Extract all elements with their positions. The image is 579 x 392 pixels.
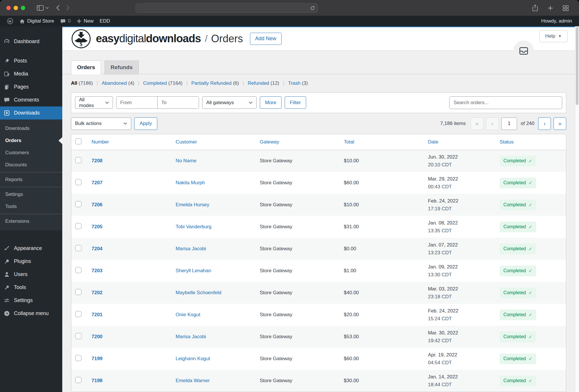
next-page-button[interactable]: › <box>538 117 551 130</box>
customer-link[interactable]: Emelda Warner <box>176 378 209 383</box>
add-new-button[interactable]: Add New <box>250 33 282 45</box>
filter-button[interactable]: Filter <box>285 96 306 109</box>
row-checkbox[interactable] <box>75 267 81 273</box>
edd-admin-bar-link[interactable]: EDD <box>98 16 112 26</box>
filter-abandoned[interactable]: Abandoned <box>102 80 127 86</box>
page-scrollbar[interactable] <box>575 26 579 392</box>
more-filters-button[interactable]: More <box>260 96 282 109</box>
tab-refunds[interactable]: Refunds <box>105 60 139 74</box>
order-number-link[interactable]: 7201 <box>92 312 103 317</box>
sidebar-item-pages[interactable]: Pages <box>0 80 62 93</box>
customer-link[interactable]: Emelda Hursey <box>176 202 209 207</box>
order-number-link[interactable]: 7208 <box>92 158 103 163</box>
row-checkbox[interactable] <box>75 201 81 207</box>
order-number-link[interactable]: 7206 <box>92 202 103 207</box>
filter-refunded[interactable]: Refunded <box>248 80 269 86</box>
submenu-item-reports[interactable]: Reports <box>0 174 62 186</box>
gateway-select[interactable]: All gateways <box>202 96 257 109</box>
row-checkbox[interactable] <box>75 245 81 251</box>
sidebar-item-settings[interactable]: Settings <box>0 294 62 307</box>
customer-link[interactable]: No Name <box>176 158 196 163</box>
row-checkbox[interactable] <box>75 223 81 229</box>
filter-partially-refunded[interactable]: Partially Refunded <box>191 80 231 86</box>
browser-sidebar-icon[interactable] <box>37 5 44 11</box>
customer-link[interactable]: Leighann Kogut <box>176 356 210 361</box>
filter-completed[interactable]: Completed <box>143 80 167 86</box>
sidebar-item-users[interactable]: Users <box>0 268 62 281</box>
order-number-link[interactable]: 7207 <box>92 180 103 185</box>
scrollbar-thumb[interactable] <box>576 27 578 105</box>
order-number-link[interactable]: 7202 <box>92 290 103 295</box>
sidebar-item-comments[interactable]: Comments <box>0 93 62 106</box>
sidebar-item-tools[interactable]: Tools <box>0 281 62 294</box>
site-link[interactable]: Digital Store <box>18 16 56 26</box>
minimize-window-button[interactable] <box>14 6 18 10</box>
customer-link[interactable]: Maybelle Schoenfeld <box>176 290 221 295</box>
sidebar-item-plugins[interactable]: Plugins <box>0 255 62 268</box>
close-window-button[interactable] <box>6 6 11 10</box>
row-checkbox[interactable] <box>75 333 81 339</box>
submenu-item-customers[interactable]: Customers <box>0 147 62 159</box>
new-tab-icon[interactable] <box>548 5 553 11</box>
submenu-item-downloads[interactable]: Downloads <box>0 122 62 135</box>
order-number-link[interactable]: 7200 <box>92 334 103 339</box>
sort-status[interactable]: Status <box>500 139 514 145</box>
new-content-link[interactable]: New <box>75 16 95 26</box>
first-page-button[interactable]: « <box>471 117 483 130</box>
submenu-item-tools[interactable]: Tools <box>0 200 62 213</box>
refresh-icon[interactable] <box>310 6 315 10</box>
row-checkbox[interactable] <box>75 157 81 163</box>
filter-trash[interactable]: Trash <box>288 80 300 86</box>
comments-link[interactable]: 0 <box>59 16 72 26</box>
filter-all[interactable]: All <box>71 80 77 86</box>
order-number-link[interactable]: 7204 <box>92 246 103 251</box>
tab-overview-icon[interactable] <box>563 5 569 11</box>
apply-button[interactable]: Apply <box>134 117 157 130</box>
share-icon[interactable] <box>532 5 538 11</box>
tab-orders[interactable]: Orders <box>71 60 101 74</box>
row-checkbox[interactable] <box>75 311 81 317</box>
customer-link[interactable]: Nakita Murph <box>176 180 205 185</box>
order-number-link[interactable]: 7203 <box>92 268 103 273</box>
select-all-checkbox[interactable] <box>75 138 81 144</box>
chevron-down-icon[interactable] <box>45 7 49 9</box>
last-page-button[interactable]: » <box>554 117 566 130</box>
submenu-item-settings[interactable]: Settings <box>0 188 62 200</box>
sidebar-item-downloads[interactable]: Downloads <box>0 106 62 119</box>
submenu-item-orders[interactable]: Orders <box>0 135 62 147</box>
order-number-link[interactable]: 7205 <box>92 224 103 229</box>
sidebar-item-appearance[interactable]: Appearance <box>0 242 62 255</box>
date-to-input[interactable] <box>158 97 199 108</box>
search-orders-input[interactable] <box>449 96 562 109</box>
sort-number[interactable]: Number <box>92 139 109 145</box>
sort-gateway[interactable]: Gateway <box>260 139 279 145</box>
order-number-link[interactable]: 7198 <box>92 378 103 383</box>
back-button[interactable] <box>56 5 60 11</box>
submenu-item-extensions[interactable]: Extensions <box>0 215 62 227</box>
sort-total[interactable]: Total <box>344 139 354 145</box>
customer-link[interactable]: Marisa Jacobi <box>176 246 206 251</box>
prev-page-button[interactable]: ‹ <box>486 117 499 130</box>
submenu-item-discounts[interactable]: Discounts <box>0 159 62 171</box>
collapse-menu-button[interactable]: Collapse menu <box>0 307 62 320</box>
customer-link[interactable]: Marisa Jacobi <box>176 334 206 339</box>
account-link[interactable]: Howdy, admin <box>540 16 574 26</box>
address-bar[interactable] <box>136 3 318 13</box>
zoom-window-button[interactable] <box>21 6 25 10</box>
sort-date[interactable]: Date <box>428 139 438 145</box>
customer-link[interactable]: Tobi Vanderburg <box>176 224 211 229</box>
row-checkbox[interactable] <box>75 179 81 185</box>
row-checkbox[interactable] <box>75 377 81 383</box>
date-from-input[interactable] <box>116 97 158 108</box>
sidebar-item-media[interactable]: Media <box>0 67 62 80</box>
forward-button[interactable] <box>66 5 70 11</box>
current-page-input[interactable] <box>501 117 517 130</box>
mode-select[interactable]: All modes <box>75 96 113 109</box>
inbox-button[interactable] <box>513 41 534 61</box>
sort-customer[interactable]: Customer <box>176 139 197 145</box>
row-checkbox[interactable] <box>75 289 81 295</box>
sidebar-item-dashboard[interactable]: Dashboard <box>0 35 62 48</box>
order-number-link[interactable]: 7199 <box>92 356 103 361</box>
wp-logo-icon[interactable] <box>5 16 15 26</box>
customer-link[interactable]: Sheryll Lenahan <box>176 268 211 273</box>
